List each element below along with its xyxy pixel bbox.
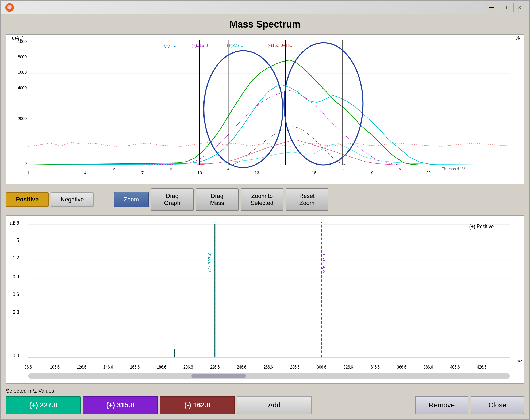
svg-text:0: 0 [25,161,27,166]
bottom-chart-svg: 1.8 ·10⁹ 1.5 1.2 0.9 0.6 0.3 0.0 86.6 [6,216,524,383]
top-chart: 1000 8000 6000 4000 2000 0 mAU % 1 [6,34,524,184]
svg-rect-89 [28,373,510,379]
svg-text:86.6: 86.6 [25,365,32,369]
mz-227-button[interactable]: (+) 227.0 [6,396,81,414]
drag-graph-button[interactable]: DragGraph [151,188,194,211]
svg-text:(+)227.0: (+)227.0 [227,43,243,48]
svg-text:146.6: 146.6 [103,365,113,369]
svg-text:m/z 227.0: m/z 227.0 [208,252,212,273]
positive-button[interactable]: Positive [6,192,49,207]
svg-text:6: 6 [341,167,343,171]
svg-text:10: 10 [197,170,202,175]
svg-text:13: 13 [255,170,259,175]
svg-text:4000: 4000 [18,85,27,90]
svg-text:o: o [399,167,401,171]
mz-buttons: (+) 227.0 (+) 315.0 (-) 162.0 Add Remove… [6,396,524,414]
svg-point-1 [8,6,11,9]
svg-text:·10⁹: ·10⁹ [9,221,15,226]
svg-text:386.6: 386.6 [424,365,433,369]
svg-text:326.6: 326.6 [344,365,353,369]
svg-text:1: 1 [27,170,29,175]
close-button-bottom[interactable]: Close [471,396,524,414]
svg-text:m/z 315.0: m/z 315.0 [322,252,326,273]
svg-text:(+) Positive: (+) Positive [469,223,494,230]
content-area: 1000 8000 6000 4000 2000 0 mAU % 1 [1,32,529,419]
svg-text:0.0: 0.0 [13,352,19,358]
svg-text:6000: 6000 [18,70,27,74]
reset-zoom-button[interactable]: ResetZoom [286,188,328,211]
mz-162-button[interactable]: (-) 162.0 [160,396,235,414]
title-bar-controls: — □ ✕ [486,3,525,12]
svg-text:0.3: 0.3 [13,309,19,315]
svg-text:2000: 2000 [18,116,27,121]
title-bar: — □ ✕ [1,1,529,14]
svg-text:16: 16 [312,170,316,175]
svg-text:8000: 8000 [18,55,27,59]
svg-text:206.6: 206.6 [183,365,193,369]
svg-text:4: 4 [84,170,86,175]
add-button[interactable]: Add [237,396,312,414]
negative-button[interactable]: Negative [51,192,94,207]
svg-text:mAU: mAU [12,35,23,41]
svg-text:186.6: 186.6 [157,365,166,369]
svg-text:1.2: 1.2 [13,254,19,261]
svg-text:%: % [515,35,520,41]
zoom-button[interactable]: Zoom [114,192,149,207]
close-button[interactable]: ✕ [513,3,525,12]
svg-text:106.6: 106.6 [50,365,60,369]
svg-text:(-)162.0–TIC: (-)162.0–TIC [268,43,292,48]
svg-rect-90 [191,374,246,378]
svg-text:19: 19 [369,170,373,175]
svg-text:306.6: 306.6 [317,365,327,369]
bottom-chart: 1.8 ·10⁹ 1.5 1.2 0.9 0.6 0.3 0.0 86.6 [6,215,524,384]
svg-text:406.6: 406.6 [450,365,460,369]
drag-mass-button[interactable]: DragMass [196,188,239,211]
app-icon [5,3,14,12]
svg-text:3: 3 [170,167,172,171]
svg-text:5: 5 [285,167,286,171]
svg-text:366.6: 366.6 [397,365,406,369]
svg-text:m/z: m/z [515,357,522,363]
window-title: Mass Spectrum [1,14,529,32]
selected-mz-area: Selected m/z Values (+) 227.0 (+) 315.0 … [6,386,524,417]
svg-text:266.6: 266.6 [263,365,273,369]
svg-text:166.6: 166.6 [130,365,140,369]
svg-text:7: 7 [141,170,144,175]
svg-text:246.6: 246.6 [237,365,247,369]
svg-text:226.6: 226.6 [210,365,220,369]
svg-text:22: 22 [426,170,431,175]
svg-text:(+)315.0: (+)315.0 [191,43,208,48]
svg-rect-47 [28,222,510,357]
title-bar-left [5,3,14,12]
main-window: — □ ✕ Mass Spectrum 1000 8000 6000 [0,0,530,420]
remove-button[interactable]: Remove [415,396,468,414]
maximize-button[interactable]: □ [500,3,511,12]
mz-315-button[interactable]: (+) 315.0 [83,396,158,414]
svg-text:(+)TIC: (+)TIC [164,43,177,48]
svg-text:Threshold 1%: Threshold 1% [442,167,466,171]
svg-text:346.6: 346.6 [370,365,380,369]
svg-text:286.6: 286.6 [290,365,300,369]
svg-text:426.6: 426.6 [477,365,486,369]
svg-text:2: 2 [113,167,115,171]
top-chart-svg: 1000 8000 6000 4000 2000 0 mAU % 1 [6,35,524,184]
svg-text:0.9: 0.9 [13,273,19,280]
svg-text:4: 4 [227,167,229,171]
minimize-button[interactable]: — [486,3,497,12]
selected-mz-label: Selected m/z Values [6,388,524,394]
toolbar: Positive Negative Zoom DragGraph DragMas… [6,186,524,213]
zoom-to-selected-button[interactable]: Zoom toSelected [241,188,283,211]
svg-text:1: 1 [56,167,58,171]
svg-text:0.6: 0.6 [13,291,19,297]
svg-text:126.6: 126.6 [77,365,86,369]
svg-text:1.5: 1.5 [13,237,19,243]
